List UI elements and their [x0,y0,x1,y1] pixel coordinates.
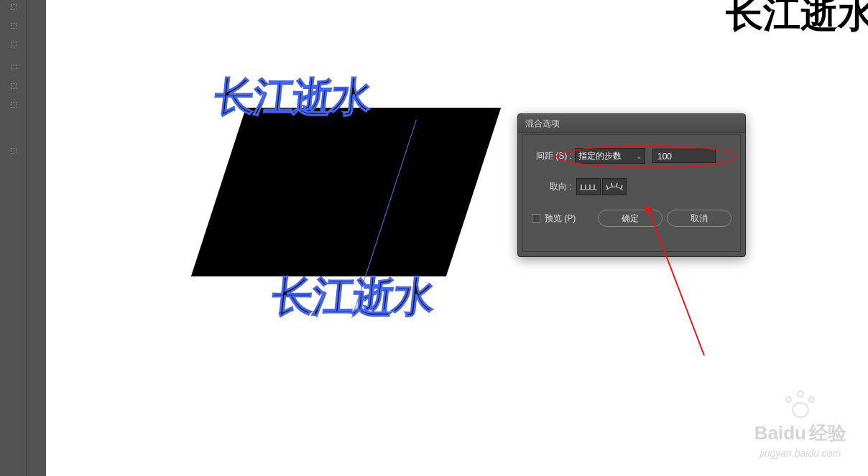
tool-slot[interactable] [11,65,17,70]
svg-line-7 [617,183,617,187]
spacing-value-input[interactable]: 100 [652,149,716,163]
paw-icon [782,391,818,419]
spacing-method-dropdown[interactable]: 指定的步数 ⌄ [575,148,645,164]
blend-shape [191,108,501,276]
tool-panel [0,0,27,476]
tool-slot[interactable] [11,23,17,29]
orient-align-page-icon [579,182,598,192]
corner-text: 长江逝水 [726,0,868,39]
orient-align-path-icon [605,182,624,192]
dialog-body: 间距 (S) : 指定的步数 ⌄ 100 取向 : [522,134,741,252]
spacing-label: 间距 (S) : [532,150,572,162]
orientation-row: 取向 : [532,178,731,195]
tool-slot[interactable] [11,148,17,154]
preview-checkbox[interactable] [532,214,540,223]
watermark-brand: Baidu 经验 [754,421,846,446]
ok-button[interactable]: 确定 [598,210,662,227]
spacing-method-value: 指定的步数 [578,150,622,162]
tool-slot[interactable] [11,4,17,10]
dialog-buttons: 确定 取消 [598,210,731,227]
orient-align-page-button[interactable] [576,178,601,195]
tool-slot[interactable] [11,102,17,108]
blend-text-top: 长江逝水 [212,70,373,125]
svg-line-5 [606,185,608,189]
tool-slot[interactable] [11,83,17,89]
spacing-row: 间距 (S) : 指定的步数 ⌄ 100 [532,148,731,164]
tool-slot[interactable] [11,42,17,47]
orientation-label: 取向 : [532,181,572,193]
watermark-sub: jingyan.baidu.com [754,447,846,459]
svg-line-6 [611,183,612,187]
chevron-down-icon: ⌄ [636,152,642,160]
orient-align-path-button[interactable] [602,178,627,195]
watermark: Baidu 经验 jingyan.baidu.com [754,391,846,459]
preview-checkbox-wrap[interactable]: 预览 (P) [532,213,576,225]
blend-text-bottom: 长江逝水 [269,269,436,325]
preview-label: 预览 (P) [545,213,576,225]
cancel-button[interactable]: 取消 [667,210,731,227]
dialog-bottom-row: 预览 (P) 确定 取消 [532,210,731,227]
tool-panel-inner [27,0,46,476]
blend-artwork[interactable]: 长江逝水 长江逝水 [190,72,491,309]
svg-line-8 [621,185,622,189]
dialog-title: 混合选项 [518,114,745,133]
blend-options-dialog: 混合选项 间距 (S) : 指定的步数 ⌄ 100 取向 : [517,113,746,257]
